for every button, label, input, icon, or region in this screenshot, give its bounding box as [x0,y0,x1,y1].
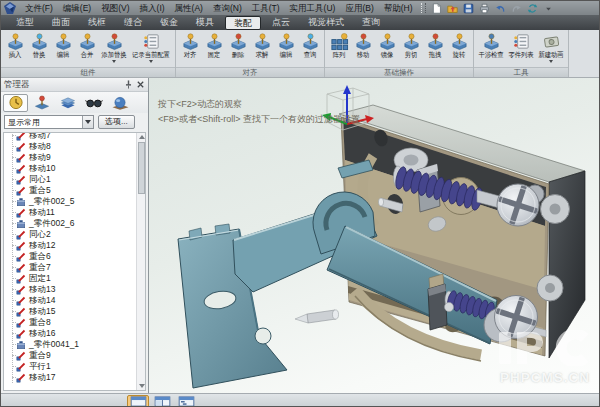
menu-item-7[interactable]: 实用工具(U) [285,1,341,15]
menu-item-6[interactable]: 工具(T) [247,1,285,15]
ribbon-tabs: 造型曲面线框缝合钣金模具装配点云视觉样式查询 [7,15,389,30]
more-dropdown-icon[interactable] [542,2,556,14]
ribbon-button-label: 新建动画 [538,51,563,59]
ribbon-button-干涉检查[interactable]: 干涉检查 [476,32,506,59]
history-icon[interactable] [3,94,28,112]
ribbon-button-剪切[interactable]: 剪切 [399,32,423,59]
ribbon-button-label: 剪切 [405,51,418,59]
refresh-icon[interactable] [526,2,540,14]
scroll-down-icon[interactable] [138,382,145,390]
dropdown-caret-icon [549,60,553,63]
ribbon-tab-视觉样式[interactable]: 视觉样式 [299,15,353,30]
layout-cascade-icon[interactable] [127,395,149,407]
ribbon-button-旋转[interactable]: 旋转 [447,32,471,59]
main-area: 管理器 显示常用 选项... 移动7移动8移动9移动10同心1重合5_零件002… [1,78,599,393]
pin-icon[interactable] [123,80,133,90]
constraint-icon [16,369,29,387]
panel-close-icon[interactable] [135,80,145,90]
open-icon[interactable] [446,2,460,14]
assembly-tree: 移动7移动8移动9移动10同心1重合5_零件002_5移动11_零件002_6同… [3,132,146,391]
menu-item-1[interactable]: 编辑(E) [58,1,96,15]
ribbon-button-求解[interactable]: 求解 [250,32,274,59]
new-document-icon[interactable] [430,2,444,14]
joystick-icon[interactable] [29,94,54,112]
layout-split-icon[interactable] [151,395,173,407]
layers-icon[interactable] [55,94,80,112]
scene-icon[interactable] [107,94,132,112]
ribbon-button-查询[interactable]: 查询 [298,32,322,59]
ribbon-tab-线框[interactable]: 线框 [79,15,115,30]
menu-item-9[interactable]: 帮助(H) [379,1,418,15]
ribbon-button-label: 拖拽 [429,51,442,59]
ribbon-button-固定[interactable]: 固定 [202,32,226,59]
ribbon-button-插入[interactable]: 插入 [3,32,27,59]
ribbon: 插入替换编辑合并添加替换记录当前配置组件对齐固定删除求解编辑查询对齐阵列移动镜像… [1,30,599,78]
hint-line-2: <F8>或者<Shift-roll> 查找下一个有效的过滤器设置. [158,112,363,127]
ribbon-group-工具: 干涉检查零件列表新建动画工具 [474,30,569,77]
menu-item-8[interactable]: 应用(B) [340,1,378,15]
menu-item-2[interactable]: 视图(V) [96,1,134,15]
ribbon-button-label: 固定 [208,51,221,59]
filter-row: 显示常用 选项... [1,113,148,131]
ribbon-button-删除[interactable]: 删除 [226,32,250,59]
ribbon-button-label: 添加替换 [101,51,126,59]
status-bar [1,393,599,407]
ribbon-group-label: 对齐 [176,67,324,77]
ribbon-group-对齐: 对齐固定删除求解编辑查询对齐 [176,30,325,77]
ribbon-tab-钣金[interactable]: 钣金 [151,15,187,30]
ribbon-button-镜像[interactable]: 镜像 [375,32,399,59]
viewport-3d[interactable]: 按下<F2>动态的观察 <F8>或者<Shift-roll> 查找下一个有效的过… [149,78,599,393]
ribbon-button-编辑[interactable]: 编辑 [51,32,75,59]
ribbon-button-label: 镜像 [381,51,394,59]
ribbon-button-编辑[interactable]: 编辑 [274,32,298,59]
ribbon-tab-点云[interactable]: 点云 [263,15,299,30]
print-icon[interactable] [478,2,492,14]
scroll-up-icon[interactable] [138,133,145,141]
ribbon-button-移动[interactable]: 移动 [351,32,375,59]
hint-line-1: 按下<F2>动态的观察 [158,97,363,112]
quick-access-toolbar [429,2,557,14]
undo-icon[interactable] [494,2,508,14]
ribbon-button-label: 合并 [81,51,94,59]
panel-tab-bar [1,92,148,113]
ribbon-tab-模具[interactable]: 模具 [187,15,223,30]
tree-scrollbar[interactable] [136,133,145,390]
manager-panel: 管理器 显示常用 选项... 移动7移动8移动9移动10同心1重合5_零件002… [1,78,149,393]
ribbon-button-新建动画[interactable]: 新建动画 [536,32,566,63]
panel-header: 管理器 [1,78,148,92]
ribbon-button-label: 旋转 [453,51,466,59]
ribbon-button-记录当前配置[interactable]: 记录当前配置 [129,32,173,63]
scrollbar-thumb[interactable] [138,142,145,194]
ribbon-group-label: 工具 [474,67,568,77]
watermark-logo [497,330,593,366]
redo-icon[interactable] [510,2,524,14]
ribbon-button-替换[interactable]: 替换 [27,32,51,59]
menu-item-4[interactable]: 属性(A) [170,1,208,15]
ribbon-tab-曲面[interactable]: 曲面 [43,15,79,30]
ribbon-button-拖拽[interactable]: 拖拽 [423,32,447,59]
ribbon-button-label: 阵列 [333,51,346,59]
dropdown-caret-icon [82,116,93,128]
ribbon-tab-造型[interactable]: 造型 [7,15,43,30]
menu-item-5[interactable]: 查询(N) [208,1,247,15]
menu-items: 文件(F)编辑(E)视图(V)插入(I)属性(A)查询(N)工具(T)实用工具(… [20,1,418,15]
ribbon-tab-bar: 造型曲面线框缝合钣金模具装配点云视觉样式查询 [1,15,599,30]
ribbon-button-添加替换[interactable]: 添加替换 [99,32,129,63]
ribbon-tab-缝合[interactable]: 缝合 [115,15,151,30]
menu-item-3[interactable]: 插入(I) [135,1,170,15]
ribbon-tab-查询[interactable]: 查询 [353,15,389,30]
menu-item-0[interactable]: 文件(F) [20,1,58,15]
save-icon[interactable] [462,2,476,14]
glasses-icon[interactable] [81,94,106,112]
ribbon-button-阵列[interactable]: 阵列 [327,32,351,59]
layout-tree-icon[interactable] [175,395,197,407]
ribbon-tab-装配[interactable]: 装配 [225,16,261,30]
ribbon-button-零件列表[interactable]: 零件列表 [506,32,536,59]
ribbon-button-合并[interactable]: 合并 [75,32,99,59]
ribbon-group-基础操作: 阵列移动镜像剪切拖拽旋转基础操作 [325,30,474,77]
display-filter-dropdown[interactable]: 显示常用 [4,115,94,129]
options-button[interactable]: 选项... [98,115,135,129]
ribbon-button-对齐[interactable]: 对齐 [178,32,202,59]
tree-item-移动17[interactable]: 移动17 [4,372,145,383]
ribbon-button-label: 替换 [33,51,46,59]
